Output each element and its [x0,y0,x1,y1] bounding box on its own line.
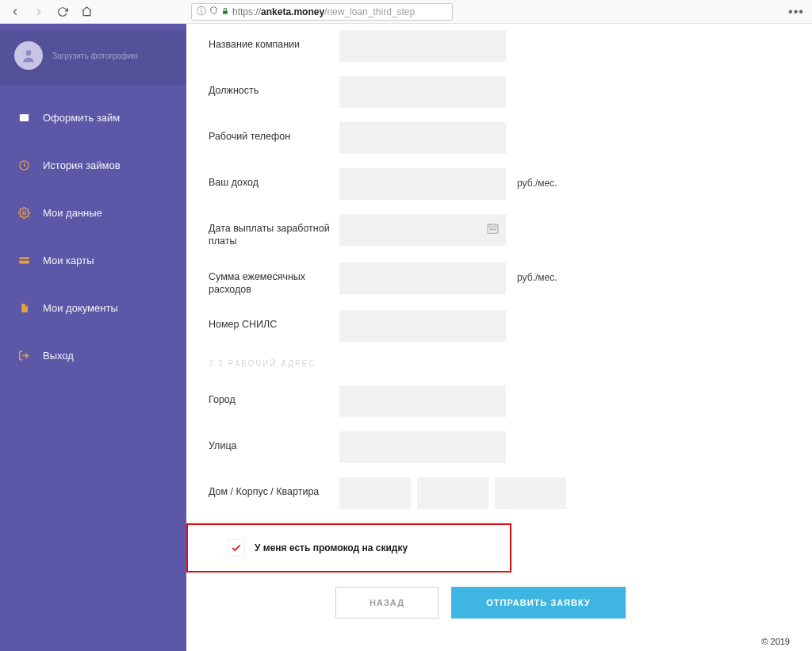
browser-menu-icon[interactable]: ••• [785,2,807,21]
position-input[interactable] [339,76,506,108]
reload-icon[interactable] [52,2,73,21]
svg-rect-7 [19,259,29,261]
sidebar-item-label: Оформить займ [43,112,120,124]
company-label: Название компании [209,30,339,51]
wallet-icon [17,111,30,124]
sidebar-item-label: Мои данные [43,207,102,219]
sidebar-item-my-cards[interactable]: Мои карты [0,236,186,284]
city-input[interactable] [339,385,506,417]
expenses-input[interactable] [339,262,506,294]
sidebar: Загрузить фотографию Оформить займ Истор… [0,24,186,651]
sidebar-item-label: Мои карты [43,255,94,266]
url-bar[interactable]: ⓘ https://anketa.money/new_loan_third_st… [191,3,453,21]
profile-block[interactable]: Загрузить фотографию [0,30,186,86]
sidebar-item-new-loan[interactable]: Оформить займ [0,94,186,141]
svg-point-10 [492,229,493,230]
forward-nav-icon[interactable] [29,2,49,21]
house-input[interactable] [339,477,411,509]
gear-icon [17,206,30,219]
income-input[interactable] [339,168,506,200]
section-address-title: 3.3 РАБОЧИЙ АДРЕС [209,359,790,368]
snils-label: Номер СНИЛС [209,310,339,331]
street-input[interactable] [339,431,506,463]
snils-input[interactable] [339,310,506,342]
url-text: https://anketa.money/new_loan_third_step [232,6,415,17]
work-phone-input[interactable] [339,122,506,154]
promo-highlight-box: У меня есть промокод на скидку [186,523,511,572]
back-button[interactable]: НАЗАД [335,587,439,618]
svg-rect-0 [223,10,228,13]
payday-label: Дата выплаты заработной платы [209,214,339,248]
street-label: Улица [209,431,339,452]
sidebar-item-label: История займов [43,159,121,171]
sidebar-item-my-documents[interactable]: Мои документы [0,284,186,331]
promo-checkbox[interactable] [228,539,245,557]
calendar-icon [486,222,500,239]
expenses-label: Сумма ежемесячных расходов [209,262,339,297]
sidebar-item-history[interactable]: История займов [0,141,186,189]
lock-icon [221,6,229,17]
work-phone-label: Рабочий телефон [209,122,339,143]
sidebar-item-label: Выход [43,350,74,362]
company-input[interactable] [339,30,506,62]
card-icon [17,254,30,266]
svg-rect-3 [19,114,28,116]
position-label: Должность [209,76,339,97]
svg-point-11 [495,229,496,230]
sidebar-item-my-data[interactable]: Мои данные [0,189,186,236]
income-suffix: руб./мес. [506,168,557,189]
apartment-input[interactable] [495,477,566,509]
upload-photo-text: Загрузить фотографию [52,52,138,60]
main-content: Название компании Должность Рабочий теле… [186,24,812,651]
document-icon [17,301,30,314]
copyright: © 2019 [761,637,790,646]
building-input[interactable] [417,477,488,509]
svg-point-1 [26,50,32,56]
avatar [14,41,43,70]
submit-button[interactable]: ОТПРАВИТЬ ЗАЯВКУ [451,587,626,618]
expenses-suffix: руб./мес. [506,262,557,283]
promo-label: У меня есть промокод на скидку [255,542,408,553]
clock-icon [17,159,30,171]
shield-icon [209,6,218,17]
back-nav-icon[interactable] [5,2,25,21]
exit-icon [17,349,30,362]
payday-input[interactable] [339,214,506,246]
house-label: Дом / Корпус / Квартира [209,477,339,498]
sidebar-item-label: Мои документы [43,302,118,314]
svg-point-9 [490,229,491,230]
home-icon[interactable] [76,2,97,21]
browser-toolbar: ⓘ https://anketa.money/new_loan_third_st… [0,0,812,24]
info-icon: ⓘ [197,5,206,18]
sidebar-item-exit[interactable]: Выход [0,331,186,379]
income-label: Ваш доход [209,168,339,189]
city-label: Город [209,385,339,406]
svg-point-5 [22,211,25,214]
